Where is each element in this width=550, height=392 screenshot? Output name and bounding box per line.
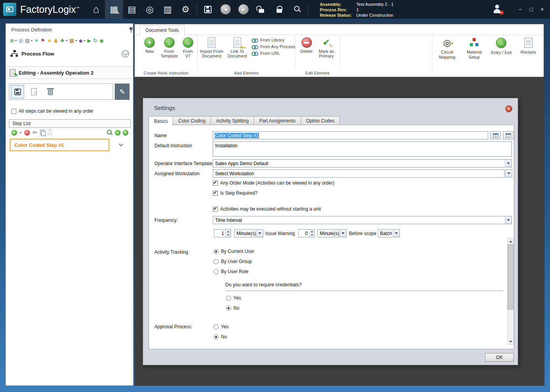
from-any-process-button[interactable]: From Any Process	[252, 44, 295, 49]
chevron-down-icon[interactable]: ▾	[75, 39, 77, 42]
tab-color-coding[interactable]: Color Coding	[173, 116, 211, 125]
remove-step-button[interactable]: −	[24, 130, 30, 136]
import-from-document-button[interactable]: Import From Document	[200, 36, 224, 58]
rich-edit-button[interactable]	[490, 131, 501, 139]
find-button[interactable]	[288, 0, 306, 19]
scroll-down-button[interactable]	[508, 338, 513, 345]
spin-up-icon[interactable]	[226, 230, 231, 233]
recipes-button[interactable]: Recipes	[515, 38, 541, 77]
spin-up-icon[interactable]	[309, 230, 314, 233]
refresh-icon[interactable]: ↻	[93, 38, 97, 44]
material-setup-button[interactable]: Material Setup	[461, 38, 487, 77]
tools-icon[interactable]: ❖	[60, 38, 65, 44]
translate-button[interactable]	[503, 131, 513, 139]
chevron-down-icon[interactable]	[119, 142, 123, 146]
circuit-mapping-button[interactable]: ◎★ Circuit Mapping	[434, 38, 460, 77]
layers-icon[interactable]: ▦	[69, 38, 74, 44]
operator-interface-template-select[interactable]: Sales Apps Demo Default	[213, 159, 512, 167]
from-template-button[interactable]: ↓ From Template	[159, 36, 179, 58]
flag-icon[interactable]: ⚑	[40, 38, 45, 44]
approval-no-radio[interactable]: No	[214, 334, 227, 340]
add-icon[interactable]: ⊕	[10, 38, 14, 44]
warning-unit-select[interactable]: Minute(s)	[317, 229, 347, 237]
tracking-by-user-role-radio[interactable]: By User Role	[214, 269, 249, 274]
spin-down-icon[interactable]	[226, 233, 231, 237]
from-library-button[interactable]: From Library	[252, 38, 295, 42]
delete-element-button[interactable]: Delete	[298, 36, 315, 54]
add-step-button[interactable]: +	[11, 130, 17, 136]
workstation-dropdown-button[interactable]	[505, 169, 512, 178]
cut-button[interactable]: ✂	[33, 129, 37, 136]
user-menu-button[interactable]	[492, 5, 502, 14]
assigned-workstation-select[interactable]: Select Workstation	[213, 169, 504, 178]
chevron-down-icon[interactable]: ▾	[31, 39, 33, 42]
chevron-down-icon[interactable]: ▾	[84, 39, 85, 42]
paste-button[interactable]	[48, 130, 52, 135]
approval-yes-radio[interactable]: Yes	[214, 324, 229, 329]
minimize-button[interactable]: −	[518, 6, 522, 12]
navigate-icon[interactable]: ◎	[19, 38, 23, 44]
new-instruction-button[interactable]: + New	[140, 36, 159, 54]
scroll-up-button[interactable]	[508, 238, 513, 244]
credentials-no-radio[interactable]: No	[226, 305, 239, 311]
credentials-yes-radio[interactable]: Yes	[226, 295, 241, 301]
scrollbar-thumb[interactable]	[508, 244, 513, 310]
tab-option-codes[interactable]: Option Codes	[301, 116, 340, 125]
from-url-button[interactable]: From URL	[252, 51, 295, 56]
print-icon[interactable]: ▤	[25, 38, 30, 44]
frequency-select[interactable]: Time Interval	[213, 216, 512, 224]
collapse-button[interactable]	[122, 50, 129, 57]
chevron-down-icon[interactable]: ▾	[15, 39, 17, 42]
user-icon[interactable]: ♟	[54, 38, 58, 44]
delete-step-button[interactable]	[44, 85, 57, 98]
scope-select[interactable]: Batch	[378, 229, 400, 237]
lock-button[interactable]	[270, 0, 288, 19]
link-to-document-button[interactable]: Link To Document	[225, 36, 249, 58]
settings-button[interactable]: ⚙	[177, 0, 194, 19]
close-button[interactable]: ×	[541, 6, 544, 12]
record-icon[interactable]: ◉	[99, 38, 103, 44]
import-step-button[interactable]: →	[27, 85, 40, 98]
zoom-button[interactable]	[107, 129, 113, 136]
tracking-by-user-group-radio[interactable]: By User Group	[214, 259, 252, 264]
name-input[interactable]: Color Coded Step #1	[213, 131, 488, 139]
chevron-down-icon[interactable]: ▾	[66, 39, 67, 42]
save-button[interactable]	[199, 0, 217, 19]
tab-document-tools[interactable]: Document Tools	[140, 25, 185, 35]
documents-button[interactable]: ▤	[123, 0, 141, 19]
star-icon[interactable]: ★	[47, 38, 52, 44]
interval-value-spinner[interactable]: 1	[214, 229, 231, 237]
step-item-color-coded-step-1[interactable]: Color Coded Step #1	[10, 139, 109, 151]
default-instruction-input[interactable]: Installation	[213, 141, 512, 157]
edit-notes-button[interactable]: ✎	[115, 84, 130, 100]
ok-button[interactable]: OK	[485, 353, 514, 362]
process-definition-button[interactable]: ▦✎	[105, 0, 123, 19]
move-up-button[interactable]: ▲	[115, 130, 121, 136]
form-scrollbar[interactable]	[507, 238, 514, 345]
copy-button[interactable]	[40, 130, 45, 136]
home-button[interactable]: ⌂	[87, 0, 105, 19]
palette-icon[interactable]: ◆	[79, 38, 82, 44]
tab-basics[interactable]: Basics	[149, 116, 173, 125]
entry-exit-button[interactable]: → Entry / Exit	[489, 38, 514, 77]
reports-button[interactable]: ▥	[159, 0, 177, 19]
warning-value-spinner[interactable]: 0	[298, 229, 315, 237]
mark-as-primary-button[interactable]: ✔✎ Mark as Primary	[315, 36, 337, 58]
play-icon[interactable]: ▶	[87, 38, 91, 44]
spin-down-icon[interactable]	[309, 233, 314, 237]
interval-unit-select[interactable]: Minute(s)	[234, 229, 263, 237]
chevron-down-icon[interactable]: ▾	[20, 131, 21, 134]
dialog-close-button[interactable]: ×	[505, 105, 512, 112]
any-order-steps-checkbox[interactable]: All steps can be viewed in any order	[11, 108, 93, 114]
tab-activity-splitting[interactable]: Activity Splitting	[211, 116, 254, 125]
process-flow-header[interactable]: Process Flow	[11, 50, 129, 57]
plugin-icon[interactable]: ✳	[35, 38, 39, 44]
tracking-by-current-user-radio[interactable]: By Current User	[214, 249, 254, 254]
navigation-button[interactable]: ◎	[141, 0, 159, 19]
save-step-button[interactable]	[11, 85, 24, 98]
is-step-required-checkbox[interactable]: Is Step Required?	[213, 190, 257, 196]
back-button[interactable]: ◄	[217, 0, 235, 19]
any-order-mode-checkbox[interactable]: Any Order Mode (Activities can be viewed…	[213, 180, 334, 186]
maximize-button[interactable]: □	[529, 6, 532, 12]
execute-without-unit-checkbox[interactable]: Activities may be executed without start…	[213, 206, 321, 212]
